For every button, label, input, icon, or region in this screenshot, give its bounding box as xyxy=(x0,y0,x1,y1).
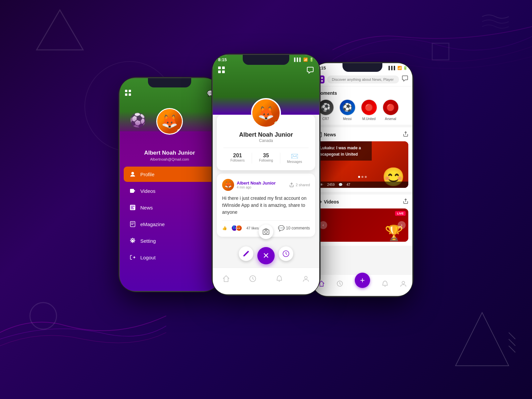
fab-photo-button[interactable] xyxy=(259,224,273,239)
phone2-grid-icon[interactable] xyxy=(218,66,225,76)
p3-nav-home[interactable] xyxy=(318,280,325,287)
videos-icon xyxy=(129,187,136,195)
news-headline: Lukaku: I was made a scapegoat in United xyxy=(320,146,361,157)
svg-rect-18 xyxy=(131,207,133,208)
moment-arsenal[interactable]: 🔴 Arsenal xyxy=(381,99,400,121)
video-prev-button[interactable]: ‹ xyxy=(319,221,327,229)
share-info: 2 shared xyxy=(289,183,310,187)
shared-count: 2 shared xyxy=(296,183,310,187)
fab-close-button[interactable]: ✕ xyxy=(257,247,275,264)
phone1-user-name: Albert Noah Junior xyxy=(120,150,219,156)
close-icon: ✕ xyxy=(263,251,269,260)
messi-name: Messi xyxy=(343,117,351,121)
online-dot xyxy=(274,121,279,126)
svg-rect-25 xyxy=(218,66,221,69)
post-user: 🦊 Albert Noah Junior 4 min ago xyxy=(222,179,276,191)
post-avatar: 🦊 xyxy=(222,179,234,191)
p3-nav-history[interactable] xyxy=(336,280,343,287)
news-card[interactable]: 😊 Lukaku: I was made a scapegoat in Unit… xyxy=(317,141,408,188)
phone1-user-info: Albert Noah Junior Albertnoah@Qmail.com xyxy=(120,131,219,161)
like-button[interactable]: 👍 xyxy=(222,226,227,230)
post-header: 🦊 Albert Noah Junior 4 min ago xyxy=(222,179,310,191)
phone3-search-input[interactable] xyxy=(327,75,399,83)
phone2-time: 8:15 xyxy=(218,57,227,62)
phone2-avatar xyxy=(251,98,281,128)
menu-item-news[interactable]: News xyxy=(124,200,215,215)
moments-list: ⚽ CR7 ⚽ Messi 🔴 xyxy=(317,99,408,121)
phone3-bottom-nav: + xyxy=(313,274,412,296)
dot-3 xyxy=(365,176,367,178)
phone1-avatar-area xyxy=(156,108,183,135)
following-label: Following xyxy=(255,159,277,162)
phone1-grid-icon[interactable] xyxy=(125,90,131,97)
nav-profile[interactable] xyxy=(302,275,310,282)
stat-messages[interactable]: ✉️ Messages xyxy=(280,153,309,164)
moment-munited[interactable]: 🔴 M.United xyxy=(360,99,378,121)
svg-point-23 xyxy=(132,240,134,242)
post-time: 4 min ago xyxy=(237,186,276,189)
news-share-icon[interactable] xyxy=(403,131,408,138)
phone3-videos-section: Videos LIVE 🏆 xyxy=(313,195,412,246)
videos-header-left: Videos xyxy=(317,199,339,204)
svg-rect-22 xyxy=(131,224,133,225)
post-author-name: Albert Noah Junior xyxy=(237,181,276,186)
nav-notifications[interactable] xyxy=(276,275,283,282)
p3-nav-notifications[interactable] xyxy=(382,280,388,287)
phone2-bottom-nav xyxy=(213,268,319,294)
fab-clock-button[interactable] xyxy=(279,246,293,261)
phone2-chat-icon[interactable] xyxy=(307,66,314,76)
menu-label-videos: Videos xyxy=(140,188,156,194)
setting-icon xyxy=(129,237,136,244)
phone3-chat-icon[interactable] xyxy=(402,75,408,83)
menu-item-profile[interactable]: Profile xyxy=(124,167,215,182)
menu-item-setting[interactable]: Setting xyxy=(124,233,215,248)
signal-bars-icon: ▌▌▌ xyxy=(389,66,396,70)
nav-home[interactable] xyxy=(222,275,230,282)
wifi-icon: 📶 xyxy=(303,58,308,62)
phone3-signal-icons: ▌▌▌ 📶 🔋 xyxy=(389,66,408,70)
nav-history[interactable] xyxy=(249,275,256,282)
svg-point-49 xyxy=(402,281,405,284)
videos-share-icon[interactable] xyxy=(403,199,408,205)
moment-messi[interactable]: ⚽ Messi xyxy=(338,99,356,121)
phone2-notch xyxy=(243,55,289,65)
p3-nav-profile[interactable] xyxy=(400,280,407,287)
soccer-ball-icon: ⚽ xyxy=(130,112,146,128)
menu-item-videos[interactable]: Videos xyxy=(124,183,215,199)
svg-line-6 xyxy=(509,346,515,352)
menu-label-setting: Setting xyxy=(140,238,156,244)
followers-count: 201 xyxy=(227,153,248,159)
phone1-profile: ⚽ 💬 xyxy=(120,78,219,291)
p3-nav-add-button[interactable]: + xyxy=(355,273,370,288)
svg-rect-10 xyxy=(129,90,131,92)
comment-icon: 💬 xyxy=(338,183,342,187)
messages-icon: ✉️ xyxy=(284,153,305,160)
menu-label-profile: Profile xyxy=(140,172,155,177)
svg-point-34 xyxy=(305,276,307,279)
videos-section-header: Videos xyxy=(317,199,408,205)
svg-marker-45 xyxy=(321,201,322,202)
menu-item-emagazine[interactable]: eMagazine xyxy=(124,216,215,232)
news-section-header: News xyxy=(317,131,408,138)
moment-cr7[interactable]: ⚽ CR7 xyxy=(317,99,335,121)
fab-area: ✕ xyxy=(236,224,296,264)
news-stats: 👁 2459 💬 47 xyxy=(317,182,408,188)
video-next-button[interactable]: › xyxy=(398,221,406,229)
phone3-moments: Moments ⚽ CR7 ⚽ Messi xyxy=(313,86,412,125)
menu-item-logout[interactable]: Logout xyxy=(124,250,215,265)
svg-line-5 xyxy=(509,339,515,346)
phone2-feed: 8:15 ▌▌▌ 📶 🔋 xyxy=(213,55,319,294)
live-badge: LIVE xyxy=(395,211,406,216)
munited-avatar: 🔴 xyxy=(361,99,377,116)
fab-edit-button[interactable] xyxy=(239,246,253,261)
messi-avatar: ⚽ xyxy=(339,99,356,116)
battery-icon: 🔋 xyxy=(309,58,314,62)
phone3-search-bar xyxy=(313,72,412,86)
battery-icon: 🔋 xyxy=(403,66,408,70)
menu-label-news: News xyxy=(140,205,153,210)
svg-rect-12 xyxy=(129,93,131,96)
svg-rect-17 xyxy=(131,206,135,206)
videos-card[interactable]: LIVE 🏆 ‹ › xyxy=(317,208,408,242)
phone1-notch xyxy=(148,78,191,87)
followers-label: Followers xyxy=(227,159,248,162)
